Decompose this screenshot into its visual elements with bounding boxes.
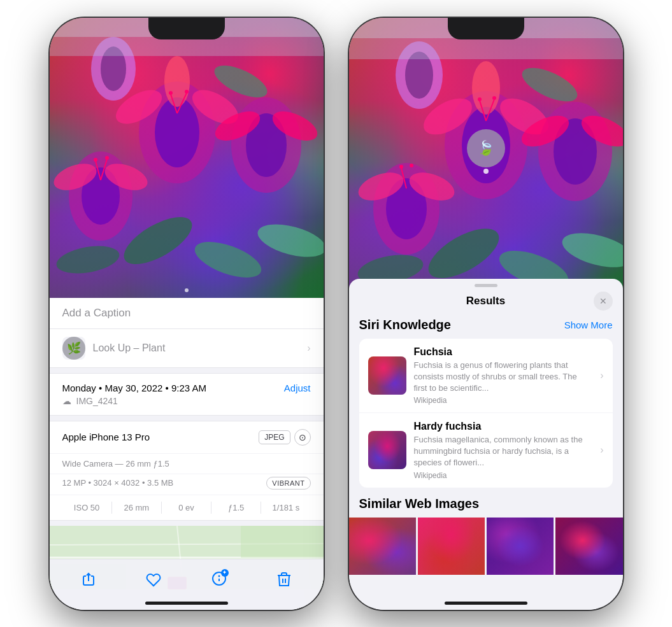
svg-point-63 [517, 60, 582, 108]
hardy-fuchsia-thumbnail [368, 431, 406, 469]
filename-row: ☁ IMG_4241 [62, 396, 311, 406]
camera-details: Wide Camera — 26 mm ƒ1.5 [50, 454, 324, 474]
svg-point-72 [410, 164, 413, 167]
jpeg-badge: JPEG [259, 430, 290, 444]
vibrant-row: 12 MP • 3024 × 4032 • 3.5 MB VIBRANT [50, 474, 324, 495]
svg-point-24 [169, 91, 173, 95]
leaf-icon: 🌿 [62, 337, 85, 360]
right-phone-notch [448, 18, 524, 39]
hardy-thumb-image [368, 431, 406, 469]
left-phone: Add a Caption 🌿 Look Up – Plant › Monday… [50, 18, 324, 610]
right-photo-area: 🍃 [349, 18, 623, 304]
results-content: Siri Knowledge Show More Fuchsia Fuchsia… [349, 315, 623, 575]
camera-badges: JPEG ⊙ [259, 429, 310, 446]
heart-button[interactable] [139, 566, 168, 594]
settings-badge-icon: ⊙ [294, 429, 311, 446]
close-icon: ✕ [599, 296, 607, 306]
svg-point-28 [94, 158, 97, 162]
hardy-fuchsia-item[interactable]: Hardy fuchsia Fuchsia magellanica, commo… [359, 413, 613, 488]
show-more-button[interactable]: Show More [564, 320, 613, 330]
fuchsia-desc: Fuchsia is a genus of flowering plants t… [414, 360, 593, 395]
phone-notch [148, 18, 225, 39]
camera-section: Apple iPhone 13 Pro JPEG ⊙ Wide Camera —… [50, 421, 324, 521]
cloud-icon: ☁ [62, 396, 71, 406]
similar-image-1[interactable] [349, 518, 416, 575]
lookup-prefix: Look Up – [93, 342, 139, 353]
exif-ev: 0 ev [162, 502, 211, 514]
right-home-bar [445, 602, 527, 605]
similar-image-3[interactable] [487, 518, 554, 575]
similar-images-row [349, 518, 623, 575]
svg-point-16 [190, 234, 265, 285]
vibrant-badge: VIBRANT [266, 477, 310, 490]
svg-point-15 [117, 208, 199, 273]
fuchsia-item[interactable]: Fuchsia Fuchsia is a genus of flowering … [359, 339, 613, 414]
exif-mm: 26 mm [112, 502, 162, 514]
camera-name: Apple iPhone 13 Pro [62, 432, 150, 442]
similar-images-title: Similar Web Images [359, 497, 613, 511]
exif-f: ƒ1.5 [211, 502, 261, 514]
caption-area[interactable]: Add a Caption [50, 298, 324, 329]
svg-point-4 [164, 56, 190, 107]
svg-point-1 [155, 97, 199, 167]
svg-point-48 [472, 61, 500, 115]
hardy-desc: Fuchsia magellanica, commonly known as t… [414, 434, 593, 469]
close-button[interactable]: ✕ [594, 292, 613, 311]
hardy-info: Hardy fuchsia Fuchsia magellanica, commo… [414, 421, 593, 480]
resolution: 12 MP • 3024 × 4032 • 3.5 MB [62, 478, 174, 488]
caption-placeholder[interactable]: Add a Caption [62, 307, 131, 319]
trash-button[interactable] [270, 566, 298, 594]
hardy-name: Hardy fuchsia [414, 421, 593, 432]
phone-screen: Add a Caption 🌿 Look Up – Plant › Monday… [50, 18, 324, 610]
siri-knowledge-title: Siri Knowledge [359, 318, 451, 332]
date-row: Monday • May 30, 2022 • 9:23 AM Adjust [62, 383, 311, 393]
svg-point-18 [254, 218, 324, 263]
camera-row: Apple iPhone 13 Pro JPEG ⊙ [50, 421, 324, 454]
lookup-row[interactable]: 🌿 Look Up – Plant › [50, 329, 324, 368]
exif-iso: ISO 50 [62, 502, 112, 514]
similar-image-4[interactable] [555, 518, 622, 575]
svg-point-69 [492, 96, 496, 100]
siri-dot [483, 169, 489, 174]
exif-speed: 1/181 s [261, 502, 310, 514]
svg-point-25 [185, 90, 189, 94]
filename: IMG_4241 [76, 396, 118, 406]
results-header: Results ✕ [349, 292, 623, 315]
drag-handle[interactable] [475, 284, 497, 287]
fuchsia-thumb-image [368, 356, 406, 395]
right-phone: 🍃 Results ✕ Siri Knowledge Show More [349, 18, 623, 610]
siri-circle: 🍃 [467, 129, 505, 167]
adjust-button[interactable]: Adjust [284, 383, 311, 393]
flower-photo [50, 18, 324, 298]
fuchsia-info: Fuchsia Fuchsia is a genus of flowering … [414, 346, 593, 405]
home-bar [145, 602, 228, 605]
fuchsia-name: Fuchsia [414, 346, 593, 358]
lookup-subject: Plant [139, 342, 165, 353]
svg-rect-36 [241, 526, 324, 558]
lookup-icon: 🌿 [62, 337, 85, 360]
fuchsia-thumbnail [368, 356, 406, 395]
similar-image-2[interactable] [418, 518, 485, 575]
share-button[interactable] [75, 566, 103, 594]
fuchsia-source: Wikipedia [414, 396, 593, 405]
lookup-label: Look Up – Plant [93, 342, 166, 354]
photo-area [50, 18, 324, 298]
hardy-source: Wikipedia [414, 471, 593, 480]
results-title: Results [466, 295, 505, 307]
metadata-section: Monday • May 30, 2022 • 9:23 AM Adjust ☁… [50, 373, 324, 416]
fuchsia-chevron: › [600, 370, 603, 381]
svg-point-29 [105, 156, 109, 160]
date-label: Monday • May 30, 2022 • 9:23 AM [62, 383, 206, 393]
lookup-chevron: › [307, 342, 310, 354]
siri-knowledge-header: Siri Knowledge Show More [359, 318, 613, 332]
camera-type: Wide Camera — 26 mm ƒ1.5 [62, 459, 169, 468]
info-button[interactable]: ✦ [205, 566, 233, 594]
svg-point-30 [185, 288, 189, 292]
exif-row: ISO 50 26 mm 0 ev ƒ1.5 1/181 s [50, 495, 324, 520]
svg-point-62 [558, 227, 622, 274]
svg-point-68 [478, 97, 482, 101]
svg-point-17 [54, 241, 121, 278]
svg-point-71 [399, 165, 403, 169]
right-phone-screen: 🍃 Results ✕ Siri Knowledge Show More [349, 18, 623, 610]
hardy-chevron: › [600, 444, 603, 456]
